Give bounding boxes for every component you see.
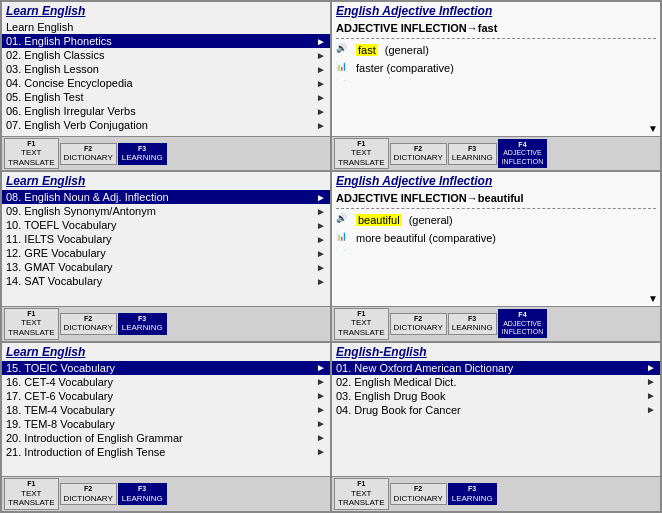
inflection-item: 📊 faster (comparative) — [332, 59, 660, 77]
list-item[interactable]: 03. English Lesson ► — [2, 62, 330, 76]
scroll-indicator: ▼ — [332, 121, 660, 136]
toolbar-f3-learning[interactable]: F3LEARNING — [448, 483, 497, 505]
list-item[interactable]: 05. English Test ► — [2, 90, 330, 104]
toolbar-f2-dictionary[interactable]: F2DICTIONARY — [60, 483, 117, 505]
inflection-header-fast: ADJECTIVE INFLECTION→fast — [332, 20, 660, 36]
toolbar-f3-learning[interactable]: F3LEARNING — [118, 313, 167, 335]
toolbar-mid-left: F1TEXTTRANSLATE F2DICTIONARY F3LEARNING — [2, 306, 330, 341]
inflection-item: 🔊 fast (general) — [332, 41, 660, 59]
list-item[interactable]: 06. English Irregular Verbs ► — [2, 104, 330, 118]
toolbar-f1-translate[interactable]: F1TEXTTRANSLATE — [4, 138, 59, 170]
toolbar-mid-right: F1TEXTTRANSLATE F2DICTIONARY F3LEARNING … — [332, 306, 660, 341]
panel-top-right-title: English Adjective Inflection — [332, 2, 660, 20]
list-item[interactable]: 17. CET-6 Vocabulary ► — [2, 389, 330, 403]
list-item[interactable]: 20. Introduction of English Grammar ► — [2, 431, 330, 445]
panel-mid-left-title: Learn English — [2, 172, 330, 190]
toolbar-f2-dictionary[interactable]: F2DICTIONARY — [390, 483, 447, 505]
list-item[interactable]: 15. TOEIC Vocabulary ► — [2, 361, 330, 375]
toolbar-f3-learning[interactable]: F3LEARNING — [118, 483, 167, 505]
list-item[interactable]: 04. Drug Book for Cancer ► — [332, 403, 660, 417]
compare-icon: 📊 — [336, 61, 352, 75]
compare-icon: 📊 — [336, 231, 352, 245]
panel-bot-right-title: English-English — [332, 343, 660, 361]
list-bot-left: 15. TOEIC Vocabulary ► 16. CET-4 Vocabul… — [2, 361, 330, 477]
list-item[interactable]: 03. English Drug Book ► — [332, 389, 660, 403]
panel-top-right: English Adjective Inflection ADJECTIVE I… — [331, 1, 661, 171]
toolbar-f1-translate[interactable]: F1TEXTTRANSLATE — [4, 308, 59, 340]
list-item[interactable]: 07. English Verb Conjugation ► — [2, 118, 330, 132]
toolbar-f1-translate[interactable]: F1TEXTTRANSLATE — [334, 308, 389, 340]
panel-bot-right: English-English 01. New Oxford American … — [331, 342, 661, 512]
panel-top-left-subtitle: Learn English — [2, 20, 330, 34]
panel-mid-right-title: English Adjective Inflection — [332, 172, 660, 190]
toolbar-bot-right: F1TEXTTRANSLATE F2DICTIONARY F3LEARNING — [332, 476, 660, 511]
toolbar-f4-adjective[interactable]: F4ADJECTIVEINFLECTION — [498, 309, 548, 338]
toolbar-bot-left: F1TEXTTRANSLATE F2DICTIONARY F3LEARNING — [2, 476, 330, 511]
panel-mid-right: English Adjective Inflection ADJECTIVE I… — [331, 171, 661, 341]
toolbar-f1-translate[interactable]: F1TEXTTRANSLATE — [4, 478, 59, 510]
toolbar-f1-translate[interactable]: F1TEXTTRANSLATE — [334, 478, 389, 510]
divider — [336, 208, 656, 209]
list-mid-left: 08. English Noun & Adj. Inflection ► 09.… — [2, 190, 330, 306]
toolbar-f3-learning[interactable]: F3LEARNING — [448, 143, 497, 165]
inflection-item: 📊 more beautiful (comparative) — [332, 229, 660, 247]
toolbar-f2-dictionary[interactable]: F2DICTIONARY — [60, 143, 117, 165]
list-item[interactable]: 21. Introduction of English Tense ► — [2, 445, 330, 459]
panel-mid-left: Learn English 08. English Noun & Adj. In… — [1, 171, 331, 341]
speaker-icon: 🔊 — [336, 213, 352, 227]
list-item[interactable]: 04. Concise Encyclopedia ► — [2, 76, 330, 90]
list-item[interactable]: 02. English Classics ► — [2, 48, 330, 62]
inflection-item: 🔊 beautiful (general) — [332, 211, 660, 229]
panel-top-left-title: Learn English — [2, 2, 330, 20]
toolbar-f3-learning[interactable]: F3LEARNING — [118, 143, 167, 165]
list-item[interactable]: 01. English Phonetics ► — [2, 34, 330, 48]
divider — [336, 38, 656, 39]
list-item[interactable]: 16. CET-4 Vocabulary ► — [2, 375, 330, 389]
main-container: Learn English Learn English 01. English … — [0, 0, 662, 513]
list-item[interactable]: 09. English Synonym/Antonym ► — [2, 204, 330, 218]
list-top-left: 01. English Phonetics ► 02. English Clas… — [2, 34, 330, 136]
panel-top-left: Learn English Learn English 01. English … — [1, 1, 331, 171]
list-item[interactable]: 02. English Medical Dict. ► — [332, 375, 660, 389]
list-item[interactable]: 11. IELTS Vocabulary ► — [2, 232, 330, 246]
scroll-indicator: ▼ — [332, 291, 660, 306]
list-item[interactable]: 18. TEM-4 Vocabulary ► — [2, 403, 330, 417]
toolbar-top-left: F1TEXTTRANSLATE F2DICTIONARY F3LEARNING — [2, 136, 330, 171]
toolbar-f1-translate[interactable]: F1TEXTTRANSLATE — [334, 138, 389, 170]
toolbar-f2-dictionary[interactable]: F2DICTIONARY — [390, 313, 447, 335]
list-item[interactable]: 10. TOEFL Vocabulary ► — [2, 218, 330, 232]
list-item[interactable]: 14. SAT Vocabulary ► — [2, 274, 330, 288]
list-item[interactable]: 12. GRE Vocabulary ► — [2, 246, 330, 260]
toolbar-top-right: F1TEXTTRANSLATE F2DICTIONARY F3LEARNING … — [332, 136, 660, 171]
toolbar-f3-learning[interactable]: F3LEARNING — [448, 313, 497, 335]
inflection-list-fast: 🔊 fast (general) 📊 faster (comparative) … — [332, 41, 660, 81]
inflection-list-beautiful: 🔊 beautiful (general) 📊 more beautiful (… — [332, 211, 660, 251]
panel-bot-left-title: Learn English — [2, 343, 330, 361]
list-bot-right: 01. New Oxford American Dictionary ► 02.… — [332, 361, 660, 419]
toolbar-f2-dictionary[interactable]: F2DICTIONARY — [60, 313, 117, 335]
toolbar-f4-adjective[interactable]: F4ADJECTIVEINFLECTION — [498, 139, 548, 168]
list-item[interactable]: 13. GMAT Vocabulary ► — [2, 260, 330, 274]
list-item[interactable]: 01. New Oxford American Dictionary ► — [332, 361, 660, 375]
toolbar-f2-dictionary[interactable]: F2DICTIONARY — [390, 143, 447, 165]
list-item[interactable]: 19. TEM-8 Vocabulary ► — [2, 417, 330, 431]
speaker-icon: 🔊 — [336, 43, 352, 57]
list-item[interactable]: 08. English Noun & Adj. Inflection ► — [2, 190, 330, 204]
inflection-header-beautiful: ADJECTIVE INFLECTION→beautiful — [332, 190, 660, 206]
panel-bot-left: Learn English 15. TOEIC Vocabulary ► 16.… — [1, 342, 331, 512]
